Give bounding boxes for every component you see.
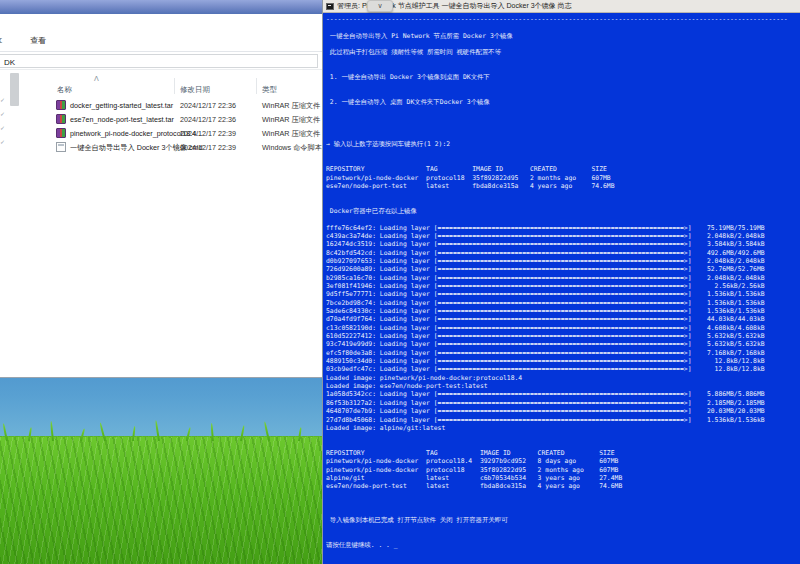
terminal-line: pinetwork/pi-node-docker protocol18 35f8…	[326, 466, 800, 474]
terminal-line	[326, 507, 800, 515]
file-date: 2024/12/17 22:36	[180, 101, 236, 110]
terminal-line: 3ef081f41946: Loading layer [===========…	[326, 282, 800, 290]
terminal-line: 4889150c34d0: Loading layer [===========…	[326, 357, 800, 365]
terminal-line	[326, 532, 800, 540]
terminal-line: 8c42bfd542cd: Loading layer [===========…	[326, 249, 800, 257]
terminal-line: 7bce2bd98c74: Loading layer [===========…	[326, 299, 800, 307]
terminal-line: 86f53b3127a2: Loading layer [===========…	[326, 399, 800, 407]
file-row[interactable]: pinetwork_pi-node-docker_protocol18.4...…	[50, 126, 322, 140]
grass-blade	[28, 427, 32, 441]
menu-tab-view[interactable]: 查看	[30, 35, 46, 46]
terminal-line: efc5f80de3a8: Loading layer [===========…	[326, 349, 800, 357]
nav-pane-scrollbar[interactable]	[10, 73, 19, 106]
menu-tab-share-partial[interactable]: 享	[0, 36, 2, 47]
grass-blade	[264, 421, 270, 441]
terminal-line	[326, 65, 800, 73]
column-headers: ᐱ 名称 修改日期 类型	[50, 76, 322, 96]
terminal-line: 9d5ff5e77771: Loading layer [===========…	[326, 290, 800, 298]
address-input[interactable]: DK	[0, 54, 318, 68]
terminal-line: Docker容器中已存在以上镜像	[326, 207, 800, 215]
file-type: WinRAR 压缩文件	[262, 101, 320, 111]
file-row[interactable]: ese7en_node-port-test_latest.tar2024/12/…	[50, 112, 322, 126]
terminal-line: 此过程由于打包压缩 须耐性等候 所需时间 视硬件配置不等	[326, 48, 800, 56]
terminal-line: 请按任意键继续. . . _	[326, 541, 800, 549]
file-date: 2024/12/17 22:39	[180, 129, 236, 138]
grass-blade	[132, 426, 136, 441]
terminal-line: pinetwork/pi-node-docker protocol18 35f8…	[326, 174, 800, 182]
file-date: 2024/12/17 22:36	[180, 115, 236, 124]
grass-blade	[186, 427, 191, 441]
terminal-line	[326, 190, 800, 198]
terminal-line: → 输入以上数字选项按回车键执行(1 2):2	[326, 140, 800, 148]
column-header-type[interactable]: 类型	[262, 85, 277, 95]
terminal-line	[326, 432, 800, 440]
file-type: Windows 命令脚本	[262, 143, 322, 153]
terminal-window: 管理员: Pi Network 节点维护工具 一键全自动导出导入 Docker …	[322, 0, 800, 564]
column-header-date[interactable]: 修改日期	[180, 85, 210, 95]
terminal-line	[326, 199, 800, 207]
pin-icon: ✓	[0, 124, 5, 131]
terminal-line: ----------------------------------------…	[326, 15, 800, 23]
terminal-line	[326, 123, 800, 131]
wallpaper-grass	[0, 436, 322, 564]
column-divider[interactable]	[174, 78, 175, 94]
terminal-line	[326, 491, 800, 499]
screen: 享 查看 DK ✓ ✓ ✓ ✓ ᐱ 名称 修改日期 类型	[0, 0, 800, 564]
terminal-line: 导入镜像到本机已完成 打开节点软件 关闭 打开容器开关即可	[326, 516, 800, 524]
terminal-line: pinetwork/pi-node-docker protocol18.4 39…	[326, 457, 800, 465]
file-list: docker_getting-started_latest.tar2024/12…	[50, 98, 322, 154]
explorer-addressbar: DK	[0, 52, 322, 70]
terminal-output[interactable]: ----------------------------------------…	[323, 13, 800, 549]
winrar-archive-icon	[56, 114, 66, 124]
grass-blade	[99, 422, 106, 441]
terminal-line	[326, 149, 800, 157]
terminal-line: fffe76c64ef2: Loading layer [===========…	[326, 224, 800, 232]
file-row[interactable]: 一键全自动导出导入 Docker 3个镜像.cmd2024/12/17 22:3…	[50, 140, 322, 154]
file-name: ese7en_node-port-test_latest.tar	[70, 115, 174, 124]
cmd-icon	[326, 3, 334, 10]
terminal-line	[326, 40, 800, 48]
terminal-line: 2. 一键全自动导入 桌面 DK文件夹下Docker 3个镜像	[326, 98, 800, 106]
terminal-line	[326, 441, 800, 449]
desktop-left: 享 查看 DK ✓ ✓ ✓ ✓ ᐱ 名称 修改日期 类型	[0, 0, 322, 564]
grass-blade	[210, 423, 214, 441]
grass-blade	[2, 423, 8, 441]
terminal-line	[326, 499, 800, 507]
terminal-line: c439ac3a74de: Loading layer [===========…	[326, 232, 800, 240]
terminal-line: d0b927097653: Loading layer [===========…	[326, 257, 800, 265]
terminal-line: 162474dc3519: Loading layer [===========…	[326, 240, 800, 248]
terminal-line: 27d7d8b45068: Loading layer [===========…	[326, 416, 800, 424]
terminal-line: REPOSITORY TAG IMAGE ID CREATED SIZE	[326, 449, 800, 457]
terminal-line	[326, 215, 800, 223]
terminal-line: ese7en/node-port-test latest fbda8dce315…	[326, 182, 800, 190]
terminal-line: 03cb9edfc47c: Loading layer [===========…	[326, 365, 800, 373]
address-path: DK	[4, 58, 15, 67]
terminal-line	[326, 132, 800, 140]
file-type: WinRAR 压缩文件	[262, 129, 320, 139]
terminal-line: 一键全自动导出导入 Pi Network 节点所需 Docker 3个镜像	[326, 32, 800, 40]
winrar-archive-icon	[56, 100, 66, 110]
terminal-line	[326, 157, 800, 165]
terminal-line: alpine/git latest c6b70534b534 3 years a…	[326, 474, 800, 482]
column-divider[interactable]	[256, 78, 257, 94]
terminal-line	[326, 107, 800, 115]
winrar-archive-icon	[56, 128, 66, 138]
terminal-line: d70a4fd9f764: Loading layer [===========…	[326, 315, 800, 323]
terminal-line	[326, 23, 800, 31]
grass-blade	[50, 421, 54, 441]
grass-blade	[240, 425, 245, 441]
terminal-line	[326, 82, 800, 90]
explorer-titlebar[interactable]	[0, 0, 322, 14]
overlay-dropdown-chip[interactable]: ∨	[367, 0, 393, 12]
terminal-line	[326, 115, 800, 123]
file-row[interactable]: docker_getting-started_latest.tar2024/12…	[50, 98, 322, 112]
explorer-menubar: 享 查看	[0, 14, 322, 52]
terminal-line: Loaded image: pinetwork/pi-node-docker:p…	[326, 374, 800, 382]
pin-icon: ✓	[0, 110, 5, 117]
terminal-line: REPOSITORY TAG IMAGE ID CREATED SIZE	[326, 165, 800, 173]
column-header-name[interactable]: 名称	[57, 85, 72, 95]
terminal-titlebar[interactable]: 管理员: Pi Network 节点维护工具 一键全自动导出导入 Docker …	[323, 0, 800, 13]
terminal-line: 5ade6c84330c: Loading layer [===========…	[326, 307, 800, 315]
sort-ascending-icon: ᐱ	[94, 75, 99, 83]
explorer-file-list-area: ✓ ✓ ✓ ✓ ᐱ 名称 修改日期 类型 docker_getting-star…	[0, 70, 322, 378]
